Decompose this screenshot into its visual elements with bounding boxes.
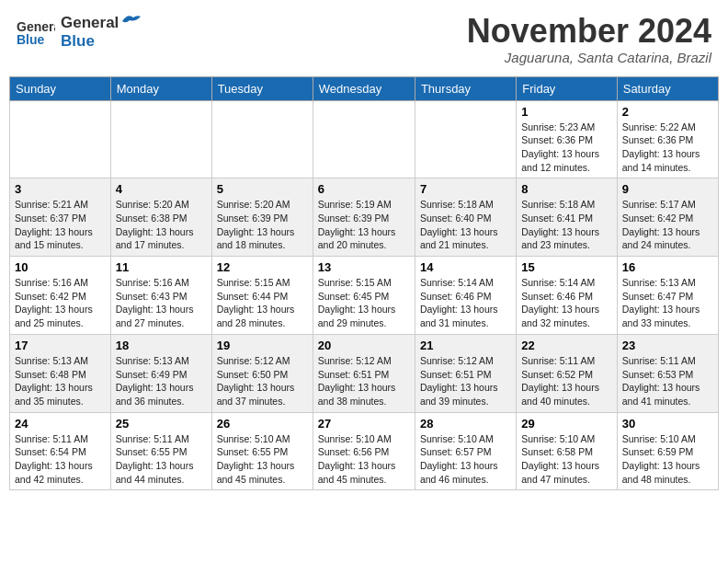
day-number: 12 [217,260,308,274]
calendar-cell: 19Sunrise: 5:12 AM Sunset: 6:50 PM Dayli… [211,334,313,412]
title-block: November 2024 Jaguaruna, Santa Catarina,… [467,13,711,65]
day-number: 8 [521,182,611,196]
calendar-cell: 4Sunrise: 5:20 AM Sunset: 6:38 PM Daylig… [110,178,211,257]
calendar-cell: 18Sunrise: 5:13 AM Sunset: 6:49 PM Dayli… [110,334,211,412]
calendar-cell: 13Sunrise: 5:15 AM Sunset: 6:45 PM Dayli… [313,257,415,335]
day-info: Sunrise: 5:18 AM Sunset: 6:41 PM Dayligh… [521,198,611,252]
day-info: Sunrise: 5:10 AM Sunset: 6:59 PM Dayligh… [622,432,713,487]
calendar-cell: 30Sunrise: 5:10 AM Sunset: 6:59 PM Dayli… [617,412,718,490]
calendar-week-1: 1Sunrise: 5:23 AM Sunset: 6:36 PM Daylig… [10,100,719,178]
day-number: 1 [521,105,611,119]
day-info: Sunrise: 5:12 AM Sunset: 6:50 PM Dayligh… [217,354,308,408]
calendar-cell: 3Sunrise: 5:21 AM Sunset: 6:37 PM Daylig… [10,178,111,257]
day-info: Sunrise: 5:16 AM Sunset: 6:43 PM Dayligh… [116,276,207,330]
day-number: 30 [622,417,713,431]
calendar-cell: 21Sunrise: 5:12 AM Sunset: 6:51 PM Dayli… [415,334,516,412]
day-info: Sunrise: 5:14 AM Sunset: 6:46 PM Dayligh… [521,276,611,330]
day-info: Sunrise: 5:11 AM Sunset: 6:53 PM Dayligh… [622,354,713,408]
calendar: Sunday Monday Tuesday Wednesday Thursday… [9,76,719,491]
day-info: Sunrise: 5:17 AM Sunset: 6:42 PM Dayligh… [622,198,713,252]
day-number: 5 [217,182,308,196]
day-info: Sunrise: 5:12 AM Sunset: 6:51 PM Dayligh… [420,354,511,408]
calendar-cell [10,100,111,178]
day-info: Sunrise: 5:19 AM Sunset: 6:39 PM Dayligh… [318,198,410,252]
day-number: 9 [622,182,713,196]
day-info: Sunrise: 5:12 AM Sunset: 6:51 PM Dayligh… [318,354,410,408]
day-number: 13 [318,260,410,274]
calendar-cell [415,100,516,178]
day-number: 21 [420,339,511,352]
logo-icon: General Blue [17,13,55,52]
calendar-cell: 16Sunrise: 5:13 AM Sunset: 6:47 PM Dayli… [617,257,718,335]
logo-general: General [61,14,119,32]
day-info: Sunrise: 5:15 AM Sunset: 6:44 PM Dayligh… [217,276,308,330]
day-info: Sunrise: 5:23 AM Sunset: 6:36 PM Dayligh… [521,121,611,175]
col-wednesday: Wednesday [313,76,415,100]
day-info: Sunrise: 5:10 AM Sunset: 6:55 PM Dayligh… [217,432,308,487]
calendar-week-3: 10Sunrise: 5:16 AM Sunset: 6:42 PM Dayli… [10,257,719,335]
location: Jaguaruna, Santa Catarina, Brazil [467,50,711,65]
day-number: 10 [15,260,106,274]
day-info: Sunrise: 5:10 AM Sunset: 6:56 PM Dayligh… [318,432,410,487]
logo: General Blue General Blue [17,13,141,52]
calendar-cell: 1Sunrise: 5:23 AM Sunset: 6:36 PM Daylig… [517,100,617,178]
calendar-cell: 26Sunrise: 5:10 AM Sunset: 6:55 PM Dayli… [211,412,313,490]
day-info: Sunrise: 5:18 AM Sunset: 6:40 PM Dayligh… [420,198,511,252]
day-number: 27 [318,417,410,431]
day-number: 19 [217,339,308,352]
day-info: Sunrise: 5:10 AM Sunset: 6:57 PM Dayligh… [420,432,511,487]
calendar-cell: 23Sunrise: 5:11 AM Sunset: 6:53 PM Dayli… [617,334,718,412]
day-number: 2 [622,105,713,119]
calendar-cell: 22Sunrise: 5:11 AM Sunset: 6:52 PM Dayli… [517,334,617,412]
calendar-cell [110,100,211,178]
day-info: Sunrise: 5:13 AM Sunset: 6:49 PM Dayligh… [116,354,207,408]
calendar-cell: 15Sunrise: 5:14 AM Sunset: 6:46 PM Dayli… [517,257,617,335]
day-number: 7 [420,182,511,196]
calendar-cell: 14Sunrise: 5:14 AM Sunset: 6:46 PM Dayli… [415,257,516,335]
month-title: November 2024 [467,13,711,50]
calendar-cell: 7Sunrise: 5:18 AM Sunset: 6:40 PM Daylig… [415,178,516,257]
calendar-cell: 20Sunrise: 5:12 AM Sunset: 6:51 PM Dayli… [313,334,415,412]
day-number: 18 [116,339,207,352]
day-info: Sunrise: 5:16 AM Sunset: 6:42 PM Dayligh… [15,276,106,330]
day-number: 22 [521,339,611,352]
day-number: 15 [521,260,611,274]
day-number: 16 [622,260,713,274]
calendar-cell: 8Sunrise: 5:18 AM Sunset: 6:41 PM Daylig… [517,178,617,257]
day-info: Sunrise: 5:11 AM Sunset: 6:54 PM Dayligh… [15,432,106,487]
logo-blue: Blue [61,32,141,51]
day-info: Sunrise: 5:22 AM Sunset: 6:36 PM Dayligh… [622,121,713,175]
day-info: Sunrise: 5:11 AM Sunset: 6:52 PM Dayligh… [521,354,611,408]
day-number: 24 [15,417,106,431]
day-number: 17 [15,339,106,352]
day-number: 14 [420,260,511,274]
calendar-cell: 9Sunrise: 5:17 AM Sunset: 6:42 PM Daylig… [617,178,718,257]
day-info: Sunrise: 5:20 AM Sunset: 6:38 PM Dayligh… [116,198,207,252]
logo-bird-icon [120,13,141,29]
calendar-week-4: 17Sunrise: 5:13 AM Sunset: 6:48 PM Dayli… [10,334,719,412]
calendar-cell: 12Sunrise: 5:15 AM Sunset: 6:44 PM Dayli… [211,257,313,335]
calendar-cell [313,100,415,178]
calendar-cell: 24Sunrise: 5:11 AM Sunset: 6:54 PM Dayli… [10,412,111,490]
svg-text:Blue: Blue [17,32,45,47]
day-info: Sunrise: 5:11 AM Sunset: 6:55 PM Dayligh… [116,432,207,487]
calendar-cell: 17Sunrise: 5:13 AM Sunset: 6:48 PM Dayli… [10,334,111,412]
day-number: 3 [15,182,106,196]
day-info: Sunrise: 5:21 AM Sunset: 6:37 PM Dayligh… [15,198,106,252]
calendar-cell: 10Sunrise: 5:16 AM Sunset: 6:42 PM Dayli… [10,257,111,335]
day-number: 29 [521,417,611,431]
col-thursday: Thursday [415,76,516,100]
calendar-header-row: Sunday Monday Tuesday Wednesday Thursday… [10,76,719,100]
day-info: Sunrise: 5:13 AM Sunset: 6:48 PM Dayligh… [15,354,106,408]
day-info: Sunrise: 5:15 AM Sunset: 6:45 PM Dayligh… [318,276,410,330]
col-monday: Monday [110,76,211,100]
day-number: 20 [318,339,410,352]
page-header: General Blue General Blue November 2024 … [9,9,719,69]
col-tuesday: Tuesday [211,76,313,100]
day-info: Sunrise: 5:13 AM Sunset: 6:47 PM Dayligh… [622,276,713,330]
day-info: Sunrise: 5:14 AM Sunset: 6:46 PM Dayligh… [420,276,511,330]
day-number: 4 [116,182,207,196]
day-info: Sunrise: 5:20 AM Sunset: 6:39 PM Dayligh… [217,198,308,252]
day-number: 6 [318,182,410,196]
calendar-cell: 6Sunrise: 5:19 AM Sunset: 6:39 PM Daylig… [313,178,415,257]
